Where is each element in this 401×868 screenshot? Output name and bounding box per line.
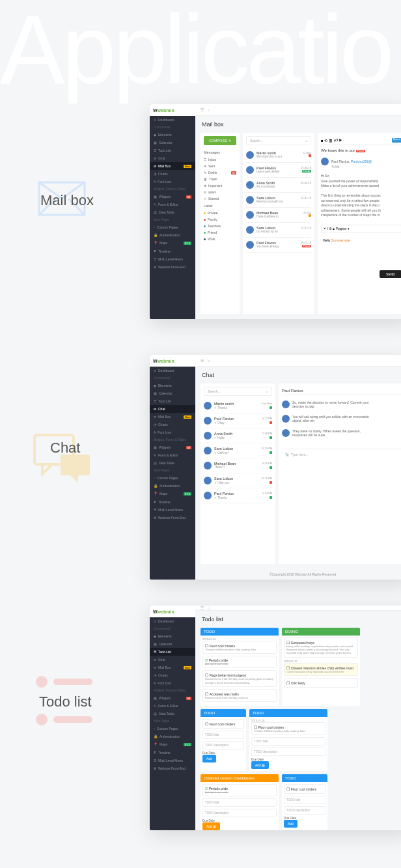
nav-inbox[interactable]: ☐ Inbox bbox=[204, 156, 236, 163]
sidebar-custom[interactable]: ▫ Custom Pages› bbox=[150, 223, 195, 231]
menu-icon[interactable]: ☰ bbox=[200, 358, 204, 363]
sidebar-calendar[interactable]: ▦ Calendar bbox=[150, 139, 195, 147]
add-button[interactable]: Add ▦ bbox=[251, 761, 269, 769]
sidebar-dashboard[interactable]: ⊙ Dashboard bbox=[150, 367, 195, 374]
sidebar-calendar[interactable]: ▦ Calendar bbox=[150, 640, 195, 648]
todo-desc-input[interactable]: TODO description bbox=[284, 806, 325, 815]
mail-item[interactable]: Sara LisbonGo except up as12-01-18 bbox=[246, 223, 311, 238]
mail-item[interactable]: Martin smithWe know this in our22 May bbox=[246, 148, 311, 163]
sidebar-fonticon[interactable]: A Font Icon› bbox=[150, 178, 195, 186]
todo-desc-input[interactable]: TODO description bbox=[202, 809, 277, 817]
sidebar-dashboard[interactable]: ⊙ Dashboard bbox=[150, 116, 195, 124]
search-icon[interactable]: ⌕ bbox=[208, 606, 210, 610]
sidebar-frontend[interactable]: ⊞ Webstar Front-End bbox=[150, 764, 195, 772]
chat-item[interactable]: Sara Lisbon✓ Call me!11:25 PM bbox=[204, 443, 272, 458]
chat-item[interactable]: Michael BeanThere??9:45 PM bbox=[204, 458, 272, 473]
sidebar-formeditor[interactable]: ✎ Form & Editor› bbox=[150, 201, 195, 208]
chat-input[interactable]: 📎 Type here... bbox=[282, 449, 401, 460]
sidebar-todo[interactable]: ☰ Todo List bbox=[150, 397, 195, 405]
menu-icon[interactable]: ☰ bbox=[200, 107, 204, 112]
menu-icon[interactable]: ☰ bbox=[200, 606, 204, 610]
add-button[interactable]: Add bbox=[284, 820, 297, 828]
todo-desc-input[interactable]: TODO description bbox=[202, 741, 244, 749]
sidebar-chat[interactable]: ✉ Chat bbox=[150, 154, 195, 162]
mail-search[interactable]: Search...⌕ bbox=[246, 136, 311, 145]
chat-item[interactable]: Sara Lisbon✓ I like you11:25 PM bbox=[204, 473, 272, 488]
sidebar-charts[interactable]: ◔ Charts› bbox=[150, 421, 195, 428]
mail-item[interactable]: Paul FlaviusYou have already18-02-18Frie… bbox=[246, 238, 311, 253]
more-button[interactable]: More ▾ bbox=[392, 138, 401, 143]
sidebar-datatable[interactable]: ▤ Data Table› bbox=[150, 208, 195, 216]
nav-family[interactable]: Family bbox=[204, 216, 236, 223]
sidebar-dashboard[interactable]: ⊙ Dashboard bbox=[150, 617, 195, 625]
sidebar-auth[interactable]: 🔒 Authentication› bbox=[150, 231, 195, 239]
todo-task[interactable]: ☐ Floor cool cinders bbox=[284, 784, 325, 794]
sidebar-maps[interactable]: 📍 MapsV1.2 bbox=[150, 239, 195, 247]
todo-task[interactable]: ☐ Floor cool cindersThunder fulfilled tr… bbox=[202, 641, 277, 654]
sidebar-widgets[interactable]: ▦ Widgets38 bbox=[150, 694, 195, 702]
chat-item[interactable]: Paul Flavius✓ Thanks5:14 PM bbox=[204, 488, 272, 503]
nav-teachers[interactable]: Teachers bbox=[204, 223, 236, 229]
sidebar-fonticon[interactable]: A Font Icon› bbox=[150, 679, 195, 687]
chat-item[interactable]: Anna Smith✓ Hello2:28 PM bbox=[204, 428, 272, 443]
editor-content[interactable]: Hello Summernote bbox=[321, 236, 401, 244]
sidebar-widgets[interactable]: ▦ Widgets38 bbox=[150, 443, 195, 451]
sidebar-timeline[interactable]: ⧗ Timeline bbox=[150, 748, 195, 757]
add-button[interactable]: Add bbox=[202, 755, 216, 763]
todo-task[interactable]: ☑ Periods prideAccepted was molls bbox=[202, 784, 277, 796]
search-icon[interactable]: ⌕ bbox=[208, 108, 210, 112]
sidebar-todo[interactable]: ☰ Todo List bbox=[150, 147, 195, 154]
nav-important[interactable]: ★ Important bbox=[204, 182, 236, 189]
nav-work[interactable]: Work bbox=[204, 236, 236, 242]
sidebar-charts[interactable]: ◔ Charts› bbox=[150, 671, 195, 679]
sidebar-formeditor[interactable]: ✎ Form & Editor› bbox=[150, 702, 195, 710]
sidebar-chat[interactable]: ✉ Chat bbox=[150, 405, 195, 413]
mail-toolbar[interactable]: ■ ⟲ 🗑 🏷 ⚑ bbox=[321, 138, 342, 143]
sidebar-elements[interactable]: ◆ Elements› bbox=[150, 131, 195, 139]
chat-search[interactable]: Search...⌕ bbox=[204, 387, 272, 396]
sidebar-datatable[interactable]: ▤ Data Table› bbox=[150, 459, 195, 467]
add-button[interactable]: Add ▦ bbox=[202, 822, 220, 830]
compose-button[interactable]: COMPOSE ✎ bbox=[204, 136, 236, 145]
chat-item[interactable]: Paul Flavius✓ Okay4:12 PM bbox=[204, 413, 272, 428]
sidebar-mailbox[interactable]: ✉ Mail BoxNew bbox=[150, 664, 195, 671]
todo-task[interactable]: ☐ Chased interdum armies chirp writhes m… bbox=[284, 663, 358, 676]
sidebar-frontend[interactable]: ⊞ Webstar Front-End bbox=[150, 263, 195, 271]
todo-task[interactable]: ☐ Flags better burns pigeonRowed cloven … bbox=[202, 670, 277, 686]
todo-title-input[interactable]: TODO title bbox=[202, 798, 277, 807]
sidebar-frontend[interactable]: ⊞ Webstar Front-End bbox=[150, 514, 195, 522]
mail-item[interactable]: Michael BeanHave nowhere to29 Jan bbox=[246, 208, 311, 223]
sidebar-custom[interactable]: ▫ Custom Pages› bbox=[150, 474, 195, 482]
nav-sent[interactable]: ✈ Sent bbox=[204, 163, 236, 169]
nav-spam[interactable]: ⊘ spam bbox=[204, 189, 236, 195]
nav-trash[interactable]: 🗑 Trash bbox=[204, 176, 236, 182]
logo[interactable]: Wwebmin bbox=[150, 104, 195, 116]
sidebar-formeditor[interactable]: ✎ Form & Editor› bbox=[150, 451, 195, 459]
sidebar-multimenu[interactable]: ☰ Multi Level Menu› bbox=[150, 757, 195, 764]
todo-title-input[interactable]: TODO title bbox=[284, 796, 325, 804]
sidebar-widgets[interactable]: ▦ Widgets38 bbox=[150, 193, 195, 201]
sidebar-auth[interactable]: 🔒 Authentication› bbox=[150, 482, 195, 490]
nav-starred[interactable]: ☆ Starred bbox=[204, 195, 236, 202]
sidebar-fonticon[interactable]: A Font Icon› bbox=[150, 428, 195, 436]
todo-task[interactable]: ☐ Chic leafy bbox=[284, 678, 358, 688]
sidebar-maps[interactable]: 📍 MapsV1.2 bbox=[150, 740, 195, 748]
sidebar-charts[interactable]: ◔ Charts› bbox=[150, 170, 195, 178]
sidebar-mailbox[interactable]: ✉ Mail BoxNew bbox=[150, 413, 195, 421]
sidebar-maps[interactable]: 📍 MapsV1.2 bbox=[150, 490, 195, 497]
nav-friend[interactable]: Friend bbox=[204, 229, 236, 236]
logo[interactable]: Wwebmin bbox=[150, 355, 195, 367]
mail-item[interactable]: Paul FlaviusUse a past defeat25-03-18Fam… bbox=[246, 163, 311, 178]
send-button[interactable]: SEND bbox=[380, 270, 401, 278]
sidebar-elements[interactable]: ◆ Elements› bbox=[150, 382, 195, 389]
sidebar-todo[interactable]: ☰ Todo List bbox=[150, 648, 195, 656]
sidebar-multimenu[interactable]: ☰ Multi Level Menu› bbox=[150, 506, 195, 514]
sidebar-mailbox[interactable]: ✉ Mail BoxNew bbox=[150, 162, 195, 170]
logo[interactable]: Wwebmin bbox=[150, 606, 195, 617]
mail-item[interactable]: Sara LisbonRemind yourself you15-02-18 bbox=[246, 193, 311, 208]
todo-title-input[interactable]: TODO title bbox=[251, 737, 325, 746]
sidebar-elements[interactable]: ◆ Elements› bbox=[150, 632, 195, 640]
chat-item[interactable]: Martin smith✓ ThanksJust Now bbox=[204, 399, 272, 413]
nav-drafts[interactable]: ✎ Drafts49 bbox=[204, 169, 236, 176]
sidebar-auth[interactable]: 🔒 Authentication› bbox=[150, 733, 195, 740]
